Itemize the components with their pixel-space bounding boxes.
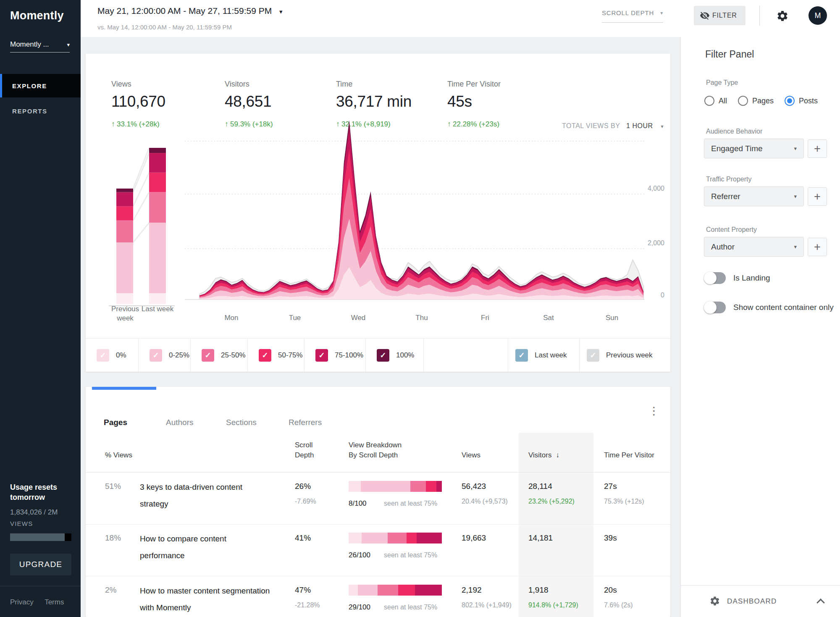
col-header-visitors-sorted[interactable]: Visitors	[528, 450, 559, 460]
legend-item-75-100pct[interactable]: 75-100%	[304, 339, 366, 372]
col-header-view-breakdown[interactable]: View Breakdown By Scroll Depth	[349, 440, 402, 460]
tab-authors[interactable]: Authors	[166, 418, 193, 427]
audience-behavior-label: Audience Behavior	[706, 128, 762, 135]
cell-value: 47%	[295, 585, 320, 595]
cell-sub-value: 20.4% (+9,573)	[462, 498, 508, 505]
usage-progress-bar	[10, 533, 71, 541]
cell-sub-value: 23.2% (+5,292)	[528, 498, 575, 505]
cell-scroll-depth: 26% -7.69%	[295, 482, 316, 505]
checkbox-checked-icon[interactable]	[202, 349, 214, 362]
cell-pct-views: 51%	[105, 482, 121, 491]
tab-referrers[interactable]: Referrers	[289, 418, 322, 427]
metric-label: Time	[336, 80, 441, 89]
traffic-property-select[interactable]: Referrer ▾	[704, 186, 804, 206]
legend-item-25-50pct[interactable]: 25-50%	[191, 339, 248, 372]
overflow-menu-icon[interactable]: ⋮	[648, 404, 659, 417]
chevron-up-icon[interactable]	[816, 599, 825, 607]
metric-value: 48,651	[225, 93, 330, 110]
cell-page-title[interactable]: How to master content segmentation with …	[140, 583, 271, 616]
usage-count: 1,834,026 / 2M	[10, 508, 58, 517]
radio-pages[interactable]: Pages	[738, 96, 774, 106]
cell-page-title[interactable]: How to compare content performance	[140, 530, 271, 564]
sidebar-item-label: REPORTS	[12, 108, 47, 115]
terms-link[interactable]: Terms	[45, 598, 64, 606]
compare-range-label: vs. May 14, 12:00:00 AM - May 20, 11:59:…	[97, 24, 232, 31]
legend-item-last-week[interactable]: Last week	[508, 339, 580, 372]
radio-posts-selected[interactable]: Posts	[785, 96, 818, 106]
checkbox-checked-icon[interactable]	[377, 349, 389, 362]
header-divider	[759, 5, 760, 26]
col-header-scroll-depth[interactable]: Scroll Depth	[295, 440, 314, 460]
toggle-off-switch[interactable]	[705, 302, 726, 313]
cell-page-title[interactable]: 3 keys to data-driven content strategy	[140, 479, 271, 512]
sidebar-item-reports[interactable]: REPORTS	[0, 102, 81, 119]
col-header-views[interactable]: Views	[462, 450, 480, 460]
site-selector-value: Momently ...	[10, 40, 49, 49]
audience-behavior-select[interactable]: Engaged Time ▾	[704, 139, 804, 158]
filter-button-label: FILTER	[712, 12, 737, 19]
content-property-label: Content Property	[706, 226, 757, 234]
traffic-property-label: Traffic Property	[706, 176, 751, 183]
site-selector[interactable]: Momently ... ▾	[10, 40, 70, 53]
table-row[interactable]: 18% How to compare content performance 4…	[86, 524, 670, 576]
cell-value: 27s	[604, 482, 644, 491]
sidebar-footer: Privacy Terms	[10, 598, 73, 606]
checkbox-checked-icon[interactable]	[150, 349, 162, 362]
sidebar-item-explore[interactable]: EXPLORE	[0, 74, 81, 97]
filter-button[interactable]: FILTER	[694, 6, 746, 25]
avatar[interactable]: M	[808, 6, 827, 25]
checkbox-checked-icon[interactable]	[515, 349, 528, 362]
breakdown-stat: 8/100	[349, 499, 367, 508]
total-views-chart[interactable]: 4,0002,0000MonTueWedThuFriSatSun	[86, 117, 670, 352]
tab-sections[interactable]: Sections	[226, 418, 257, 427]
metric-select[interactable]: SCROLL DEPTH ▾	[602, 9, 663, 23]
legend-item-50-75pct[interactable]: 50-75%	[248, 339, 304, 372]
table-row[interactable]: 51% 3 keys to data-driven content strate…	[86, 473, 670, 525]
svg-text:2,000: 2,000	[648, 239, 664, 247]
legend-spacer	[424, 339, 508, 372]
col-header-line: By Scroll Depth	[349, 450, 402, 460]
legend-label: Previous week	[606, 351, 653, 360]
checkbox-checked-icon[interactable]	[587, 349, 599, 362]
add-traffic-property-button[interactable]: +	[808, 187, 827, 206]
chevron-down-icon: ▾	[660, 10, 663, 16]
checkbox-checked-icon[interactable]	[315, 349, 328, 362]
cell-views: 2,192 802.1% (+1,949)	[462, 585, 512, 609]
radio-icon	[738, 96, 748, 106]
radio-all[interactable]: All	[704, 96, 727, 106]
col-header-pct-views[interactable]: % Views	[105, 450, 132, 460]
cell-view-breakdown: 29/100 seen at least 75%	[349, 585, 442, 596]
cell-time-per-visitor: 27s 75.3% (+12s)	[604, 482, 644, 505]
privacy-link[interactable]: Privacy	[10, 598, 34, 606]
add-audience-behavior-button[interactable]: +	[808, 139, 827, 158]
legend-item-0-25pct[interactable]: 0-25%	[139, 339, 191, 372]
tab-pages[interactable]: Pages	[104, 418, 127, 427]
dashboard-label: DASHBOARD	[727, 597, 777, 606]
checkbox-checked-icon[interactable]	[259, 349, 271, 362]
avatar-initial: M	[815, 11, 821, 20]
chevron-down-icon: ▾	[794, 145, 797, 152]
toggle-off-switch[interactable]	[705, 272, 726, 284]
metric-label: Time Per Visitor	[447, 80, 552, 89]
col-header-time-per-visitor[interactable]: Time Per Visitor	[604, 450, 654, 460]
metric-label: Views	[111, 80, 216, 89]
show-content-container-toggle-row: Show content container only	[705, 302, 834, 313]
dashboard-bar[interactable]: DASHBOARD	[681, 585, 840, 617]
content-property-select[interactable]: Author ▾	[704, 237, 804, 257]
cell-scroll-depth: 41%	[295, 533, 311, 543]
legend-item-0pct[interactable]: 0%	[86, 339, 139, 372]
legend-item-previous-week[interactable]: Previous week	[580, 339, 670, 372]
add-content-property-button[interactable]: +	[808, 238, 827, 256]
settings-gear-icon[interactable]	[776, 10, 789, 22]
table-row[interactable]: 2% How to master content segmentation wi…	[86, 576, 670, 617]
radio-icon	[704, 96, 714, 106]
legend-label: 25-50%	[221, 351, 246, 360]
cell-value: 41%	[295, 533, 311, 543]
upgrade-button[interactable]: UPGRADE	[10, 554, 71, 575]
checkbox-checked-icon[interactable]	[97, 349, 109, 362]
cell-value: 20s	[604, 585, 633, 595]
scroll-depth-legend: 0% 0-25% 25-50% 50-75% 75-100% 100%	[86, 338, 670, 372]
date-range-picker[interactable]: May 21, 12:00:00 AM - May 27, 11:59:59 P…	[97, 6, 283, 16]
usage-unit: VIEWS	[10, 520, 33, 527]
legend-item-100pct[interactable]: 100%	[366, 339, 424, 372]
